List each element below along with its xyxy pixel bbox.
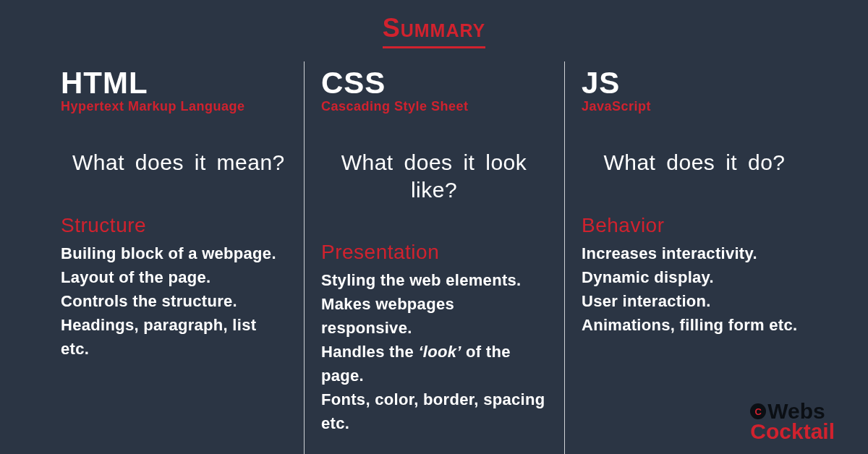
bullet-item: Builing block of a webpage. [61,241,286,265]
columns-container: HTML Hypertext Markup Language What does… [0,48,868,435]
bullet-item: Makes webpages responsive. [321,292,547,340]
acronym-css: CSS [321,66,547,100]
header: Summary [0,0,868,48]
brand-logo: C Webs Cocktail [750,401,835,442]
bullets-html: Builing block of a webpage. Layout of th… [61,241,286,361]
bullet-item: Dynamic display. [582,265,807,289]
bullets-css: Styling the web elements. Makes webpages… [321,268,547,435]
bullet-item: Styling the web elements. [321,268,547,292]
bullet-item: User interaction. [582,289,807,313]
page-title: Summary [383,13,486,48]
bullet-item: Controls the structure. [61,289,286,313]
bullet-item: Layout of the page. [61,265,286,289]
category-html: Structure [61,214,286,237]
question-css: What does it look like? [326,149,542,203]
column-js: JS JavaScript What does it do? Behavior … [564,66,825,435]
bullet-item: Increases interactivity. [582,241,807,265]
expansion-css: Cascading Style Sheet [321,99,547,114]
bullets-js: Increases interactivity. Dynamic display… [582,241,807,337]
bullet-item: Animations, filling form etc. [582,313,807,337]
brand-badge-icon: C [750,403,766,419]
acronym-html: HTML [61,66,286,100]
bullet-item: Handles the ‘look’ of the page. [321,340,547,387]
question-html: What does it mean? [72,149,286,176]
acronym-js: JS [582,66,807,100]
bullet-item: Fonts, color, border, spacing etc. [321,387,547,435]
expansion-html: Hypertext Markup Language [61,99,286,114]
category-css: Presentation [321,241,547,264]
category-js: Behavior [582,214,807,237]
brand-bottom-text: Cocktail [750,421,835,442]
expansion-js: JavaScript [582,99,807,114]
question-js: What does it do? [586,149,803,176]
column-html: HTML Hypertext Markup Language What does… [43,66,304,435]
column-css: CSS Cascading Style Sheet What does it l… [304,66,564,435]
bullet-item: Headings, paragraph, list etc. [61,313,286,361]
